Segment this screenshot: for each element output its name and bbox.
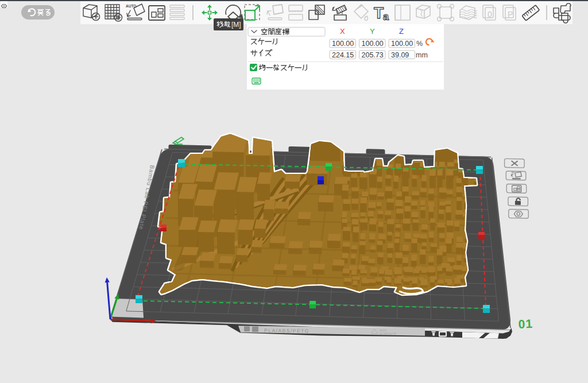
svg-text:Z: Z xyxy=(399,27,404,36)
svg-text:205.73: 205.73 xyxy=(362,51,384,59)
svg-text:01: 01 xyxy=(518,317,533,331)
svg-text:100.00: 100.00 xyxy=(332,40,354,48)
svg-text:Y: Y xyxy=(370,27,375,36)
svg-text:100.00: 100.00 xyxy=(391,40,413,48)
svg-text:224.15: 224.15 xyxy=(332,51,354,59)
svg-text:39.09: 39.09 xyxy=(391,51,409,59)
svg-text:a: a xyxy=(383,11,389,22)
svg-text:mm: mm xyxy=(416,51,428,59)
svg-text:[M]: [M] xyxy=(231,21,241,29)
svg-text:P: P xyxy=(508,10,513,19)
svg-text:0: 0 xyxy=(488,10,492,19)
svg-text:%: % xyxy=(416,40,423,48)
svg-text:X: X xyxy=(340,27,345,36)
svg-text:100.00: 100.00 xyxy=(362,40,384,48)
svg-text:PLA/ABS/PETG: PLA/ABS/PETG xyxy=(264,327,310,334)
svg-text:T: T xyxy=(374,4,384,22)
